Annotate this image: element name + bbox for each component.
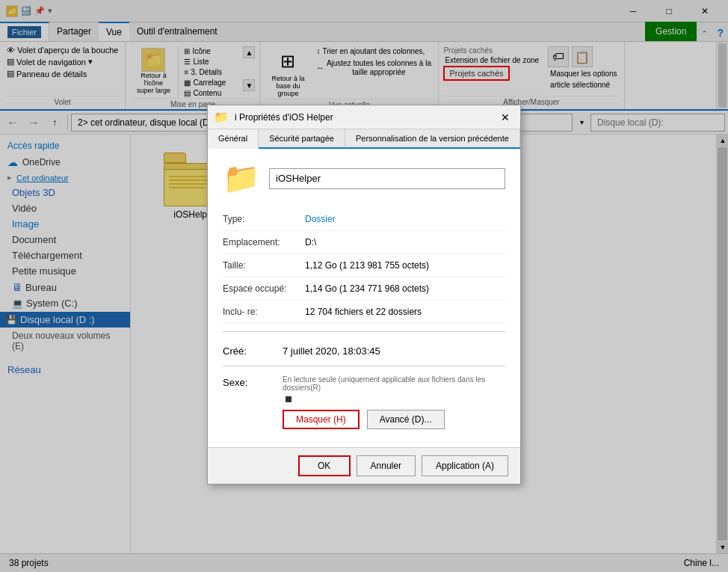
modal-overlay: 📁 i Propriétés d'iOS Helper ✕ Général Sé… <box>0 0 728 572</box>
modal-footer: OK Annuler Application (A) <box>208 447 520 484</box>
modal-prop-cree: Créé: 7 juillet 2020, 18:03:45 <box>223 339 505 363</box>
modal-tabs: Général Sécurité partagée Personnalisati… <box>208 129 520 149</box>
modal-title-bar: 📁 i Propriétés d'iOS Helper ✕ <box>208 105 520 129</box>
modal-avance-button[interactable]: Avancé (D)... <box>367 410 445 429</box>
sexe-note-text: En lecture seule (uniquement applicable … <box>283 375 505 392</box>
modal-application-button[interactable]: Application (A) <box>422 455 508 476</box>
modal-tab-personnalisation[interactable]: Personnalisation de la version précédent… <box>345 129 520 147</box>
modal-prop-inclure-value: 12 704 fichiers et 22 dossiers <box>305 307 422 317</box>
modal-prop-type: Type: Dossier <box>223 208 505 231</box>
modal-close-button[interactable]: ✕ <box>496 108 514 126</box>
modal-annuler-button[interactable]: Annuler <box>357 455 416 476</box>
modal-tab-securite[interactable]: Sécurité partagée <box>259 129 345 147</box>
modal-ok-button[interactable]: OK <box>298 455 351 476</box>
modal-prop-emplacement: Emplacement: D:\ <box>223 231 505 254</box>
modal-prop-espace: Espace occupé: 1,14 Go (1 234 771 968 oc… <box>223 277 505 301</box>
modal-masquer-button[interactable]: Masquer (H) <box>283 410 360 429</box>
modal-big-folder-icon: 📁 <box>223 161 260 196</box>
modal-prop-type-value: Dossier <box>305 214 336 224</box>
modal-body: 📁 Type: Dossier Emplacement: D:\ Taille:… <box>208 149 520 447</box>
modal-created-value: 7 juillet 2020, 18:03:45 <box>283 345 380 357</box>
modal-name-row: 📁 <box>223 161 505 196</box>
modal-prop-taille-value: 1,12 Go (1 213 981 755 octets) <box>305 260 429 271</box>
modal-tab-general[interactable]: Général <box>208 129 259 149</box>
modal-title-text: i Propriétés d'iOS Helper <box>235 112 490 123</box>
modal-prop-sexe: Sexe: En lecture seule (uniquement appli… <box>223 369 505 435</box>
modal-prop-taille: Taille: 1,12 Go (1 213 981 755 octets) <box>223 254 505 277</box>
modal-prop-espace-value: 1,14 Go (1 234 771 968 octets) <box>305 283 429 294</box>
modal-name-input[interactable] <box>269 168 505 189</box>
modal-folder-icon: 📁 <box>214 110 229 124</box>
modal-prop-emplacement-value: D:\ <box>305 237 316 247</box>
modal-prop-inclure: Inclu- re: 12 704 fichiers et 22 dossier… <box>223 301 505 324</box>
properties-modal: 📁 i Propriétés d'iOS Helper ✕ Général Sé… <box>207 105 521 485</box>
